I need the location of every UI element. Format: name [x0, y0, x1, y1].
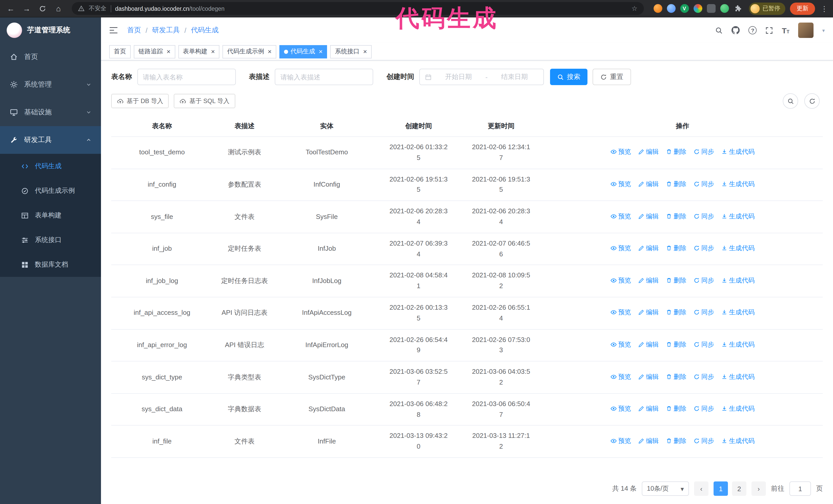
import-sql-button[interactable]: 基于 SQL 导入 [174, 94, 235, 108]
extension-tool-icon[interactable] [707, 4, 715, 13]
action-generate[interactable]: 生成代码 [721, 211, 755, 221]
sidebar-item-system[interactable]: 系统管理 [0, 71, 101, 98]
import-db-button[interactable]: 基于 DB 导入 [111, 94, 169, 108]
tab-5[interactable]: 系统接口 × [330, 45, 372, 58]
tab-2[interactable]: 表单构建 × [178, 45, 219, 58]
action-preview[interactable]: 预览 [611, 147, 631, 157]
breadcrumb-item[interactable]: 首页 [127, 26, 141, 35]
browser-update-button[interactable]: 更新 [790, 2, 815, 15]
tab-close-icon[interactable]: × [211, 48, 215, 55]
search-icon[interactable] [715, 26, 723, 34]
sidebar-subitem-codegen-example[interactable]: 代码生成示例 [0, 178, 101, 203]
action-generate[interactable]: 生成代码 [721, 371, 755, 382]
extensions-puzzle-icon[interactable] [733, 4, 742, 13]
action-edit[interactable]: 编辑 [638, 307, 659, 318]
action-sync[interactable]: 同步 [694, 404, 714, 414]
action-preview[interactable]: 预览 [611, 243, 631, 253]
action-edit[interactable]: 编辑 [638, 147, 659, 157]
tab-close-icon[interactable]: × [167, 48, 170, 55]
extension-people-icon[interactable] [693, 4, 702, 13]
action-delete[interactable]: 删除 [666, 436, 686, 446]
action-delete[interactable]: 删除 [666, 404, 686, 414]
action-generate[interactable]: 生成代码 [721, 307, 755, 318]
action-edit[interactable]: 编辑 [638, 179, 659, 189]
toggle-search-button[interactable] [783, 93, 798, 109]
table-desc-input[interactable] [275, 69, 373, 85]
action-preview[interactable]: 预览 [611, 339, 631, 350]
action-edit[interactable]: 编辑 [638, 371, 659, 382]
action-sync[interactable]: 同步 [694, 275, 714, 286]
action-delete[interactable]: 删除 [666, 243, 686, 253]
extension-vue-icon[interactable]: V [680, 4, 689, 13]
menu-fold-icon[interactable] [109, 27, 118, 34]
sidebar-subitem-codegen[interactable]: 代码生成 [0, 154, 101, 178]
action-sync[interactable]: 同步 [694, 179, 714, 189]
next-page-button[interactable]: › [752, 481, 766, 496]
action-generate[interactable]: 生成代码 [721, 404, 755, 414]
create-time-range-picker[interactable]: 开始日期 - 结束日期 [419, 69, 544, 85]
action-delete[interactable]: 删除 [666, 371, 686, 382]
action-generate[interactable]: 生成代码 [721, 243, 755, 253]
action-preview[interactable]: 预览 [611, 179, 631, 189]
action-edit[interactable]: 编辑 [638, 436, 659, 446]
sidebar-item-home[interactable]: 首页 [0, 43, 101, 71]
avatar-caret-icon[interactable]: ▾ [822, 27, 825, 33]
page-size-select[interactable]: 10条/页 ▾ [642, 481, 689, 496]
action-delete[interactable]: 删除 [666, 275, 686, 286]
tab-0[interactable]: 首页 [109, 45, 131, 58]
action-edit[interactable]: 编辑 [638, 243, 659, 253]
refresh-table-button[interactable] [804, 93, 820, 109]
extension-fox-icon[interactable] [653, 4, 662, 13]
action-preview[interactable]: 预览 [611, 307, 631, 318]
browser-back-icon[interactable]: ← [5, 3, 17, 14]
action-sync[interactable]: 同步 [694, 436, 714, 446]
tab-close-icon[interactable]: × [268, 48, 271, 55]
browser-menu-icon[interactable]: ⋮ [821, 4, 828, 13]
extension-leaf-icon[interactable] [720, 4, 729, 13]
help-icon[interactable]: ? [749, 26, 757, 34]
address-bar[interactable]: 不安全 dashboard.yudao.iocoder.cn/tool/code… [72, 2, 644, 15]
sidebar-subitem-form-builder[interactable]: 表单构建 [0, 203, 101, 227]
tab-1[interactable]: 链路追踪 × [134, 45, 175, 58]
action-edit[interactable]: 编辑 [638, 404, 659, 414]
action-edit[interactable]: 编辑 [638, 339, 659, 350]
action-sync[interactable]: 同步 [694, 339, 714, 350]
action-preview[interactable]: 预览 [611, 436, 631, 446]
tab-3[interactable]: 代码生成示例 × [222, 45, 276, 58]
tab-4[interactable]: 代码生成 × [279, 45, 327, 58]
user-avatar[interactable] [798, 23, 813, 38]
action-preview[interactable]: 预览 [611, 211, 631, 221]
action-edit[interactable]: 编辑 [638, 211, 659, 221]
sidebar-subitem-api[interactable]: 系统接口 [0, 227, 101, 252]
browser-forward-icon[interactable]: → [21, 3, 32, 14]
action-preview[interactable]: 预览 [611, 371, 631, 382]
action-sync[interactable]: 同步 [694, 147, 714, 157]
tab-close-icon[interactable]: × [363, 48, 367, 55]
page-button-2[interactable]: 2 [732, 481, 746, 496]
action-generate[interactable]: 生成代码 [721, 339, 755, 350]
action-delete[interactable]: 删除 [666, 211, 686, 221]
breadcrumb-item[interactable]: 代码生成 [191, 26, 219, 35]
action-generate[interactable]: 生成代码 [721, 275, 755, 286]
profile-paused-chip[interactable]: 已暂停 [749, 2, 785, 15]
browser-reload-icon[interactable] [37, 3, 48, 14]
action-delete[interactable]: 删除 [666, 179, 686, 189]
prev-page-button[interactable]: ‹ [694, 481, 709, 496]
table-name-input[interactable] [137, 69, 236, 85]
action-generate[interactable]: 生成代码 [721, 436, 755, 446]
tab-close-icon[interactable]: × [319, 48, 323, 55]
action-preview[interactable]: 预览 [611, 275, 631, 286]
github-icon[interactable] [732, 26, 740, 34]
sidebar-item-devtools[interactable]: 研发工具 [0, 126, 101, 154]
action-sync[interactable]: 同步 [694, 307, 714, 318]
page-button-1[interactable]: 1 [714, 481, 728, 496]
breadcrumb-item[interactable]: 研发工具 [152, 26, 180, 35]
action-preview[interactable]: 预览 [611, 404, 631, 414]
bookmark-star-icon[interactable]: ☆ [632, 5, 638, 12]
action-delete[interactable]: 删除 [666, 307, 686, 318]
action-sync[interactable]: 同步 [694, 243, 714, 253]
browser-home-icon[interactable]: ⌂ [53, 3, 64, 14]
extension-drop-icon[interactable] [667, 4, 675, 13]
action-sync[interactable]: 同步 [694, 211, 714, 221]
search-button[interactable]: 搜索 [550, 69, 588, 85]
